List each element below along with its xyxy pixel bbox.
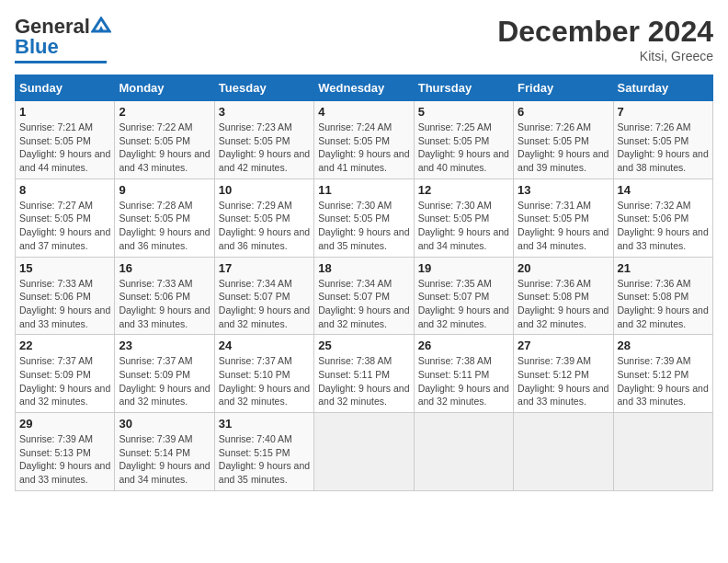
- day-info: Sunrise: 7:32 AM Sunset: 5:06 PM Dayligh…: [618, 199, 709, 253]
- header-thursday: Thursday: [414, 75, 513, 101]
- day-info: Sunrise: 7:21 AM Sunset: 5:05 PM Dayligh…: [19, 121, 110, 175]
- day-info: Sunrise: 7:37 AM Sunset: 5:09 PM Dayligh…: [19, 354, 110, 408]
- table-row: 23 Sunrise: 7:37 AM Sunset: 5:09 PM Dayl…: [115, 335, 214, 413]
- day-number: 6: [518, 105, 609, 119]
- day-number: 2: [119, 105, 210, 119]
- day-number: 9: [119, 183, 210, 197]
- calendar-week-row: 8 Sunrise: 7:27 AM Sunset: 5:05 PM Dayli…: [16, 178, 713, 257]
- day-number: 28: [618, 339, 709, 352]
- day-info: Sunrise: 7:26 AM Sunset: 5:05 PM Dayligh…: [518, 121, 609, 175]
- table-row: 22 Sunrise: 7:37 AM Sunset: 5:09 PM Dayl…: [16, 335, 115, 413]
- header-monday: Monday: [115, 75, 214, 101]
- table-row: 27 Sunrise: 7:39 AM Sunset: 5:12 PM Dayl…: [514, 335, 613, 413]
- table-row: 12 Sunrise: 7:30 AM Sunset: 5:05 PM Dayl…: [414, 178, 513, 257]
- table-row: 6 Sunrise: 7:26 AM Sunset: 5:05 PM Dayli…: [514, 101, 613, 179]
- day-number: 10: [219, 183, 310, 197]
- table-row: 16 Sunrise: 7:33 AM Sunset: 5:06 PM Dayl…: [115, 257, 214, 335]
- day-number: 14: [618, 183, 709, 197]
- day-number: 26: [418, 339, 509, 352]
- day-number: 19: [418, 261, 509, 275]
- logo-blue: Blue: [15, 35, 59, 59]
- day-number: 11: [318, 183, 409, 197]
- calendar-table: Sunday Monday Tuesday Wednesday Thursday…: [15, 75, 713, 491]
- day-info: Sunrise: 7:29 AM Sunset: 5:05 PM Dayligh…: [219, 199, 310, 253]
- logo: General Blue: [15, 15, 111, 63]
- day-number: 29: [19, 417, 110, 431]
- calendar-week-row: 15 Sunrise: 7:33 AM Sunset: 5:06 PM Dayl…: [16, 257, 713, 335]
- day-number: 4: [318, 105, 409, 119]
- day-number: 7: [618, 105, 709, 119]
- day-info: Sunrise: 7:23 AM Sunset: 5:05 PM Dayligh…: [219, 121, 310, 175]
- day-info: Sunrise: 7:24 AM Sunset: 5:05 PM Dayligh…: [318, 121, 409, 175]
- table-row: 19 Sunrise: 7:35 AM Sunset: 5:07 PM Dayl…: [414, 257, 513, 335]
- day-number: 25: [318, 339, 409, 352]
- table-row: 10 Sunrise: 7:29 AM Sunset: 5:05 PM Dayl…: [214, 178, 313, 257]
- day-info: Sunrise: 7:25 AM Sunset: 5:05 PM Dayligh…: [418, 121, 509, 175]
- table-row: 20 Sunrise: 7:36 AM Sunset: 5:08 PM Dayl…: [514, 257, 613, 335]
- table-row: [514, 413, 613, 491]
- day-info: Sunrise: 7:38 AM Sunset: 5:11 PM Dayligh…: [318, 354, 409, 408]
- table-row: [414, 413, 513, 491]
- table-row: 8 Sunrise: 7:27 AM Sunset: 5:05 PM Dayli…: [16, 178, 115, 257]
- table-row: 2 Sunrise: 7:22 AM Sunset: 5:05 PM Dayli…: [115, 101, 214, 179]
- table-row: 30 Sunrise: 7:39 AM Sunset: 5:14 PM Dayl…: [115, 413, 214, 491]
- day-info: Sunrise: 7:36 AM Sunset: 5:08 PM Dayligh…: [518, 277, 609, 331]
- title-block: December 2024 Kitsi, Greece: [497, 15, 713, 63]
- logo-icon: [91, 17, 111, 33]
- day-info: Sunrise: 7:31 AM Sunset: 5:05 PM Dayligh…: [518, 199, 609, 253]
- day-number: 22: [19, 339, 110, 352]
- logo-underline: [15, 61, 107, 63]
- day-info: Sunrise: 7:34 AM Sunset: 5:07 PM Dayligh…: [318, 277, 409, 331]
- table-row: 18 Sunrise: 7:34 AM Sunset: 5:07 PM Dayl…: [314, 257, 414, 335]
- day-number: 23: [119, 339, 210, 352]
- table-row: 7 Sunrise: 7:26 AM Sunset: 5:05 PM Dayli…: [613, 101, 712, 179]
- table-row: 13 Sunrise: 7:31 AM Sunset: 5:05 PM Dayl…: [514, 178, 613, 257]
- table-row: 14 Sunrise: 7:32 AM Sunset: 5:06 PM Dayl…: [613, 178, 712, 257]
- day-info: Sunrise: 7:30 AM Sunset: 5:05 PM Dayligh…: [318, 199, 409, 253]
- header-wednesday: Wednesday: [314, 75, 414, 101]
- day-info: Sunrise: 7:39 AM Sunset: 5:13 PM Dayligh…: [19, 432, 110, 487]
- day-number: 30: [119, 417, 210, 431]
- day-info: Sunrise: 7:37 AM Sunset: 5:10 PM Dayligh…: [219, 354, 310, 408]
- svg-marker-1: [98, 26, 104, 31]
- day-number: 12: [418, 183, 509, 197]
- day-number: 21: [618, 261, 709, 275]
- day-number: 17: [219, 261, 310, 275]
- header-sunday: Sunday: [16, 75, 115, 101]
- table-row: [613, 413, 712, 491]
- day-info: Sunrise: 7:26 AM Sunset: 5:05 PM Dayligh…: [618, 121, 709, 175]
- day-info: Sunrise: 7:22 AM Sunset: 5:05 PM Dayligh…: [119, 121, 210, 175]
- table-row: 11 Sunrise: 7:30 AM Sunset: 5:05 PM Dayl…: [314, 178, 414, 257]
- day-info: Sunrise: 7:38 AM Sunset: 5:11 PM Dayligh…: [418, 354, 509, 408]
- day-info: Sunrise: 7:35 AM Sunset: 5:07 PM Dayligh…: [418, 277, 509, 331]
- day-number: 15: [19, 261, 110, 275]
- calendar-header-row: Sunday Monday Tuesday Wednesday Thursday…: [16, 75, 713, 101]
- day-number: 8: [19, 183, 110, 197]
- day-number: 18: [318, 261, 409, 275]
- day-info: Sunrise: 7:33 AM Sunset: 5:06 PM Dayligh…: [19, 277, 110, 331]
- header-saturday: Saturday: [613, 75, 712, 101]
- day-number: 16: [119, 261, 210, 275]
- day-number: 5: [418, 105, 509, 119]
- day-info: Sunrise: 7:28 AM Sunset: 5:05 PM Dayligh…: [119, 199, 210, 253]
- month-year-title: December 2024: [497, 15, 713, 49]
- table-row: 17 Sunrise: 7:34 AM Sunset: 5:07 PM Dayl…: [214, 257, 313, 335]
- day-number: 31: [219, 417, 310, 431]
- table-row: 1 Sunrise: 7:21 AM Sunset: 5:05 PM Dayli…: [16, 101, 115, 179]
- day-info: Sunrise: 7:27 AM Sunset: 5:05 PM Dayligh…: [19, 199, 110, 253]
- day-info: Sunrise: 7:33 AM Sunset: 5:06 PM Dayligh…: [119, 277, 210, 331]
- day-number: 3: [219, 105, 310, 119]
- table-row: 24 Sunrise: 7:37 AM Sunset: 5:10 PM Dayl…: [214, 335, 313, 413]
- day-info: Sunrise: 7:39 AM Sunset: 5:12 PM Dayligh…: [518, 354, 609, 408]
- table-row: 9 Sunrise: 7:28 AM Sunset: 5:05 PM Dayli…: [115, 178, 214, 257]
- day-number: 24: [219, 339, 310, 352]
- table-row: 3 Sunrise: 7:23 AM Sunset: 5:05 PM Dayli…: [214, 101, 313, 179]
- day-info: Sunrise: 7:36 AM Sunset: 5:08 PM Dayligh…: [618, 277, 709, 331]
- table-row: 15 Sunrise: 7:33 AM Sunset: 5:06 PM Dayl…: [16, 257, 115, 335]
- header-tuesday: Tuesday: [214, 75, 313, 101]
- day-number: 1: [19, 105, 110, 119]
- day-number: 27: [518, 339, 609, 352]
- table-row: 5 Sunrise: 7:25 AM Sunset: 5:05 PM Dayli…: [414, 101, 513, 179]
- header-friday: Friday: [514, 75, 613, 101]
- table-row: 29 Sunrise: 7:39 AM Sunset: 5:13 PM Dayl…: [16, 413, 115, 491]
